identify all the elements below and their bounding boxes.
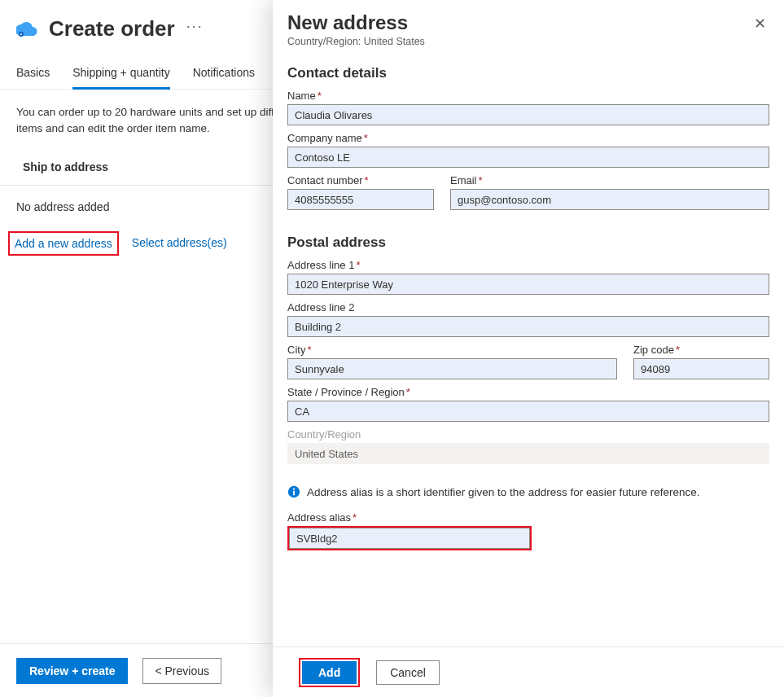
name-label-text: Name xyxy=(287,90,316,102)
address-line-1-label: Address line 1* xyxy=(287,259,769,271)
address-line-2-label: Address line 2 xyxy=(287,301,769,313)
addr1-label-text: Address line 1 xyxy=(287,259,354,271)
alias-field[interactable] xyxy=(289,528,530,549)
highlight-add-button: Add xyxy=(299,658,360,687)
blade-subtitle: Country/Region: United States xyxy=(287,36,425,47)
alias-info: Address alias is a short identifier give… xyxy=(287,485,769,498)
blade-footer: Add Cancel xyxy=(273,647,784,697)
highlight-add-new: Add a new address xyxy=(8,231,119,256)
company-label-text: Company name xyxy=(287,132,362,144)
state-label: State / Province / Region* xyxy=(287,386,769,398)
name-label: Name* xyxy=(287,90,769,102)
tab-notifications[interactable]: Notifications xyxy=(193,66,255,89)
zip-field[interactable] xyxy=(633,358,769,379)
address-line-1-field[interactable] xyxy=(287,274,769,295)
city-label-text: City xyxy=(287,344,305,356)
more-actions[interactable]: ··· xyxy=(186,18,204,40)
alias-info-text: Address alias is a short identifier give… xyxy=(307,486,700,498)
contact-details-heading: Contact details xyxy=(287,65,769,81)
add-button[interactable]: Add xyxy=(302,661,357,684)
zip-label: Zip code* xyxy=(633,344,769,356)
state-label-text: State / Province / Region xyxy=(287,386,405,398)
tab-shipping-quantity[interactable]: Shipping + quantity xyxy=(72,66,169,90)
country-field xyxy=(287,443,769,464)
svg-point-4 xyxy=(293,489,295,490)
company-label: Company name* xyxy=(287,132,769,144)
email-label-text: Email xyxy=(450,174,477,186)
name-field[interactable] xyxy=(287,104,769,125)
city-label: City* xyxy=(287,344,617,356)
info-icon xyxy=(287,485,300,498)
contact-number-label: Contact number* xyxy=(287,174,434,186)
cancel-button[interactable]: Cancel xyxy=(376,660,440,685)
blade-header: New address Country/Region: United State… xyxy=(287,11,769,47)
previous-button[interactable]: < Previous xyxy=(142,658,221,684)
review-create-button[interactable]: Review + create xyxy=(16,658,128,684)
azure-icon xyxy=(16,21,37,37)
alias-label: Address alias* xyxy=(287,511,769,524)
email-label: Email* xyxy=(450,174,769,186)
add-new-address-link[interactable]: Add a new address xyxy=(15,237,112,250)
city-field[interactable] xyxy=(287,358,617,379)
blade-title: New address xyxy=(287,11,425,34)
close-icon[interactable]: ✕ xyxy=(754,11,769,33)
page-title: Create order xyxy=(49,16,175,42)
alias-label-text: Address alias xyxy=(287,511,351,524)
company-field[interactable] xyxy=(287,147,769,168)
country-label: Country/Region xyxy=(287,428,769,441)
tab-basics[interactable]: Basics xyxy=(16,66,50,89)
zip-label-text: Zip code xyxy=(633,344,674,356)
highlight-alias xyxy=(287,526,532,550)
email-field[interactable] xyxy=(450,189,769,210)
new-address-blade: New address Country/Region: United State… xyxy=(273,0,784,697)
select-addresses-link[interactable]: Select address(es) xyxy=(132,236,227,251)
state-field[interactable] xyxy=(287,401,769,422)
svg-rect-3 xyxy=(293,491,295,495)
contact-number-field[interactable] xyxy=(287,189,434,210)
postal-address-heading: Postal address xyxy=(287,235,769,251)
svg-point-1 xyxy=(20,33,22,34)
address-line-2-field[interactable] xyxy=(287,316,769,337)
contact-number-label-text: Contact number xyxy=(287,174,363,186)
